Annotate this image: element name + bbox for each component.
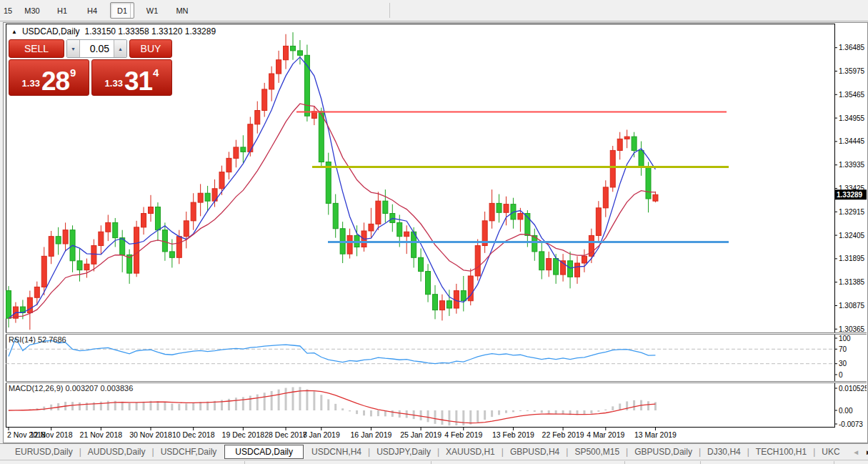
candle-body: [504, 204, 509, 213]
price-axis-label: 1.35465: [839, 91, 865, 99]
candle-body: [518, 214, 523, 219]
candle-body: [269, 74, 274, 89]
macd-bar: [434, 410, 437, 424]
sell-price-pip: 9: [70, 66, 76, 79]
sell-button[interactable]: SELL: [9, 39, 64, 58]
chart-tab-ukc[interactable]: UKC: [815, 445, 846, 458]
timeframe-button-m30[interactable]: M30: [20, 2, 44, 19]
macd-bar: [356, 410, 358, 414]
chart-tab-dj30-h4[interactable]: DJ30,H4: [701, 445, 747, 458]
macd-bar: [420, 410, 422, 420]
candle-body: [241, 147, 246, 152]
buy-price-pip: 4: [153, 66, 159, 79]
macd-bar: [597, 410, 599, 412]
candle-body: [426, 272, 431, 295]
candle-body: [539, 252, 544, 270]
candle-body: [376, 201, 381, 224]
tab-scroll-right-icon[interactable]: ►: [865, 448, 868, 456]
tab-scroll-left-icon[interactable]: ◄: [852, 448, 859, 456]
status-pane-separator: [624, 461, 625, 464]
date-axis-label: 16 Jan 2019: [351, 430, 392, 439]
candle-body: [134, 227, 139, 273]
chart-tab-usdchf-daily[interactable]: USDCHF,Daily: [154, 445, 224, 458]
macd-bar: [654, 402, 657, 410]
price-axis-label: 1.34955: [839, 114, 865, 122]
price-axis-label: 1.31895: [839, 255, 865, 262]
candle-body: [596, 208, 601, 236]
candle-body: [255, 110, 260, 124]
price-axis-label: 1.36485: [839, 44, 865, 51]
buy-button[interactable]: BUY: [129, 39, 172, 58]
macd-label: MACD(12,26,9) 0.003207 0.003836: [9, 384, 133, 393]
macd-bar: [285, 388, 287, 410]
chart-tab-usdjpy-daily[interactable]: USDJPY,Daily: [370, 445, 437, 458]
candle-body: [155, 207, 160, 230]
macd-bar: [278, 390, 280, 410]
candle-body: [56, 237, 61, 244]
timeframe-button-h4[interactable]: H4: [80, 2, 104, 19]
macd-bar: [199, 402, 201, 410]
candle-body: [347, 235, 352, 254]
macd-bar: [469, 410, 472, 425]
candle-body: [284, 46, 289, 59]
timeframe-button-h1[interactable]: H1: [50, 2, 74, 19]
macd-bar: [192, 403, 194, 410]
sell-price-panel[interactable]: 1.33 28 9: [9, 59, 89, 96]
candle-body: [447, 301, 452, 308]
volume-decrease-button[interactable]: ▼: [67, 40, 80, 57]
candle-body: [41, 256, 46, 287]
timeframe-button-w1[interactable]: W1: [140, 2, 164, 19]
chart-tab-tech100-h1[interactable]: TECH100,H1: [749, 445, 813, 458]
macd-bar: [441, 410, 443, 425]
chart-tab-gbpusd-h4[interactable]: GBPUSD,H4: [504, 445, 566, 458]
chart-tab-usdcnh-h4[interactable]: USDCNH,H4: [305, 445, 368, 458]
volume-input[interactable]: [80, 40, 114, 57]
candle-body: [419, 257, 424, 271]
chart-ohlc-label: 1.33150 1.33358 1.33120 1.33289: [85, 26, 216, 36]
macd-bar: [71, 402, 74, 410]
candle-body: [369, 224, 374, 231]
macd-bar: [541, 410, 543, 413]
chart-tab-sp500-m15[interactable]: SP500,M15: [568, 445, 626, 458]
candle-body: [106, 222, 111, 232]
macd-bar: [313, 391, 315, 410]
buy-price-panel[interactable]: 1.33 31 4: [91, 59, 172, 96]
date-axis-label: 19 Dec 2018: [222, 430, 265, 439]
volume-increase-button[interactable]: ▲: [114, 40, 126, 57]
chart-tab-usdcad-daily[interactable]: USDCAD,Daily: [224, 445, 304, 459]
date-axis-label: 4 Mar 2019: [587, 430, 624, 439]
macd-bar: [320, 395, 322, 410]
candle-body: [205, 193, 210, 201]
timeframe-button-15[interactable]: 15: [1, 2, 14, 19]
macd-bar: [242, 397, 244, 410]
sell-price-big: 28: [41, 69, 69, 93]
chart-tab-xauusd-h1[interactable]: XAUUSD,H1: [439, 445, 502, 458]
chart-tab-gbpusd-daily[interactable]: GBPUSD,Daily: [628, 445, 699, 458]
macd-bar: [484, 410, 486, 420]
rsi-axis-label: 30: [839, 360, 847, 367]
candle-body: [397, 222, 402, 236]
rsi-axis-label: 100: [839, 335, 851, 342]
chart-tab-audusd-daily[interactable]: AUDUSD,Daily: [81, 445, 152, 458]
macd-bar: [462, 410, 464, 425]
candle-body: [291, 46, 296, 50]
mt4-terminal: 15M30H1H4D1W1MN 100703000.0105250.00-0.0…: [0, 0, 868, 464]
current-price-label: 1.33289: [837, 191, 863, 199]
macd-bar: [519, 410, 522, 411]
collapse-arrow-icon[interactable]: ▲: [11, 29, 17, 35]
macd-bar: [548, 410, 550, 413]
candle-body: [646, 167, 651, 199]
chart-symbol-label: USDCAD,Daily: [22, 26, 80, 36]
candle-body: [113, 222, 118, 237]
macd-bar: [427, 410, 429, 422]
macd-bar: [143, 402, 145, 410]
price-axis-label: 1.34445: [839, 137, 865, 145]
date-axis-label: 28 Dec 2018: [264, 430, 307, 439]
timeframe-button-mn[interactable]: MN: [170, 2, 194, 19]
candle-body: [27, 297, 32, 312]
macd-axis-label: 0.010525: [839, 385, 867, 393]
macd-bar: [136, 403, 138, 410]
macd-bar: [50, 405, 52, 410]
timeframe-toolbar: 15M30H1H4D1W1MN: [0, 0, 868, 21]
chart-tab-eurusd-daily[interactable]: EURUSD,Daily: [9, 445, 79, 458]
